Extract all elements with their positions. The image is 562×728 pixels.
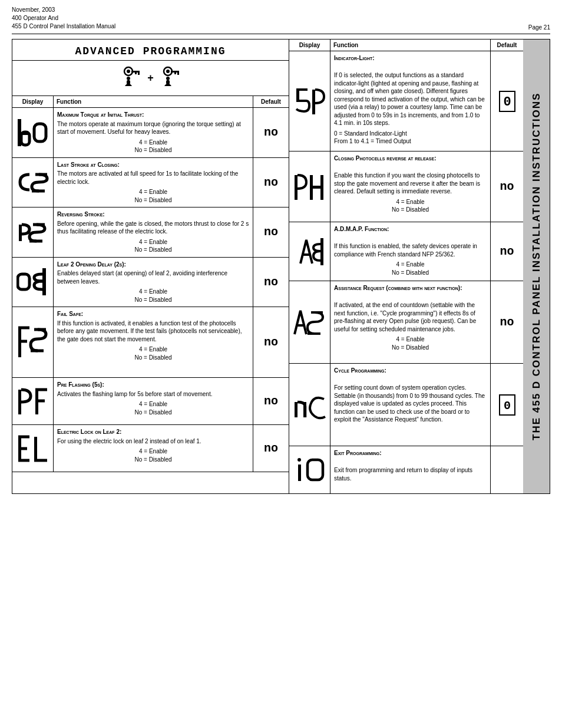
plus-sign: + xyxy=(147,72,154,84)
key-icons-row: + xyxy=(12,61,289,96)
function-el: Electric Lock on Leaf 2: For using the e… xyxy=(54,425,253,472)
func-title-as: Assistance Request (combined with next f… xyxy=(334,284,487,292)
func-title-cs: Last Stroke at Closing: xyxy=(57,161,249,169)
default-as: no xyxy=(491,281,523,363)
display-io xyxy=(289,446,330,493)
func-title-pf: Pre Flashing (5s): xyxy=(57,381,249,389)
svg-text:0: 0 xyxy=(503,95,511,110)
default-bo: no xyxy=(253,108,289,157)
func-title-fs: Fail Safe: xyxy=(57,310,249,318)
func-body-rs: Before opening, while the gate is closed… xyxy=(57,220,249,235)
default-val-pf: no xyxy=(264,394,278,408)
func-body-as: If activated, at the end of countdown (s… xyxy=(334,302,476,332)
svg-rect-56 xyxy=(303,402,306,417)
func-body-5p: If 0 is selected, the output functions a… xyxy=(334,72,485,126)
left-table-header: Display Function Default xyxy=(12,96,289,108)
default-val-ad: no xyxy=(500,245,514,258)
svg-rect-24 xyxy=(42,268,46,295)
right-table-header: Display Function Default xyxy=(289,39,523,51)
display-nc xyxy=(289,364,330,446)
func-title-ad: A.D.M.A.P. Function: xyxy=(334,225,487,233)
right-panel-content: Display Function Default xyxy=(289,39,523,493)
default-val-ph: no xyxy=(500,180,514,193)
func-body-fs: If this function is activated, it enable… xyxy=(57,320,242,342)
key-icon-1 xyxy=(120,65,141,91)
func-body-cs: The motors are activated at full speed f… xyxy=(57,170,238,185)
default-val-od: no xyxy=(264,275,278,289)
svg-rect-61 xyxy=(308,460,323,480)
header-line1: November, 2003 xyxy=(12,6,115,14)
func-title-el: Electric Lock on Leaf 2: xyxy=(57,428,249,436)
svg-rect-3 xyxy=(138,73,140,75)
default-fs: no xyxy=(253,307,289,377)
function-cs: Last Stroke at Closing: The motors are a… xyxy=(54,158,253,207)
func-body-io: Exit from programming and return to disp… xyxy=(334,467,472,482)
svg-rect-60 xyxy=(298,465,301,481)
default-rs: no xyxy=(253,207,289,257)
func-title-od: Leaf 2 Opening Delay (2s): xyxy=(57,261,249,269)
default-5p: 0 xyxy=(491,51,523,151)
default-pf: no xyxy=(253,378,289,424)
svg-text:0: 0 xyxy=(503,399,510,413)
svg-rect-49 xyxy=(310,186,320,189)
svg-rect-51 xyxy=(320,238,323,265)
func-enable-bo: 4 = EnableNo = Disabled xyxy=(57,139,249,154)
svg-rect-4 xyxy=(135,73,137,74)
default-od: no xyxy=(253,258,289,307)
display-ad xyxy=(289,222,330,281)
display-pf xyxy=(12,378,54,424)
default-val-bo: no xyxy=(264,126,278,139)
header-line3: 455 D Control Panel Installation Manual xyxy=(12,22,115,31)
display-as xyxy=(289,281,330,363)
svg-rect-13 xyxy=(166,80,170,84)
svg-rect-17 xyxy=(34,124,46,141)
right-col-display-label: Display xyxy=(289,39,330,51)
function-fs: Fail Safe: If this function is activated… xyxy=(54,307,253,377)
func-enable-cs: 4 = EnableNo = Disabled xyxy=(57,188,249,204)
func-body-pf: Activates the flashing lamp for 5s befor… xyxy=(57,391,212,397)
header-divider xyxy=(12,34,550,34)
function-5p: Indicator-Light: If 0 is selected, the o… xyxy=(330,51,491,151)
right-table-row: Exit Programming: Exit from programming … xyxy=(289,446,523,493)
adv-prog-title: ADVANCED PROGRAMMING xyxy=(12,39,289,61)
svg-rect-6 xyxy=(127,80,130,84)
func-enable-5p: 0 = Standard Indicator-Light From 1 to 4… xyxy=(334,130,487,146)
default-val-as: no xyxy=(500,315,514,329)
default-ad: no xyxy=(491,222,523,281)
col-default-label: Default xyxy=(253,96,289,107)
display-cs xyxy=(12,158,54,207)
table-row: Reversing Stroke: Before opening, while … xyxy=(12,207,289,258)
default-cs: no xyxy=(253,158,289,207)
default-val-el: no xyxy=(264,442,278,455)
page-number: Page 21 xyxy=(528,24,550,31)
display-fs xyxy=(12,307,54,377)
default-val-cs: no xyxy=(264,176,278,189)
func-enable-rs: 4 = EnableNo = Disabled xyxy=(57,238,249,254)
func-enable-el: 4 = EnableNo = Disabled xyxy=(57,447,249,463)
func-title-bo: Maximum Torque at Initial Thrust: xyxy=(57,111,249,119)
col-display-label: Display xyxy=(12,96,54,107)
key-icon-2 xyxy=(160,65,181,91)
default-ph: no xyxy=(491,151,523,222)
page-header: November, 2003 400 Operator And 455 D Co… xyxy=(0,0,562,34)
col-function-label: Function xyxy=(54,96,253,107)
svg-rect-55 xyxy=(295,402,297,417)
function-io: Exit Programming: Exit from programming … xyxy=(330,446,491,493)
svg-rect-9 xyxy=(171,71,179,73)
table-row: Maximum Torque at Initial Thrust: The mo… xyxy=(12,108,289,158)
func-body-ph: Enable this function if you want the clo… xyxy=(334,172,480,195)
display-ph xyxy=(289,151,330,222)
svg-point-59 xyxy=(297,458,301,462)
default-nc: 0 xyxy=(491,364,523,446)
function-ph: Closing Photocells reverse at release: E… xyxy=(330,151,491,222)
header-line2: 400 Operator And xyxy=(12,14,115,22)
default-val-fs: no xyxy=(264,335,278,349)
function-od: Leaf 2 Opening Delay (2s): Enables delay… xyxy=(54,258,253,307)
display-od xyxy=(12,258,54,307)
func-title-ph: Closing Photocells reverse at release: xyxy=(334,154,487,163)
svg-point-5 xyxy=(127,77,130,80)
svg-point-1 xyxy=(127,70,130,73)
sidebar-text: THE 455 D CONTROL PANEL INSTALLATION INS… xyxy=(531,93,543,440)
svg-rect-48 xyxy=(320,175,323,200)
func-enable-fs: 4 = EnableNo = Disabled xyxy=(57,345,249,361)
